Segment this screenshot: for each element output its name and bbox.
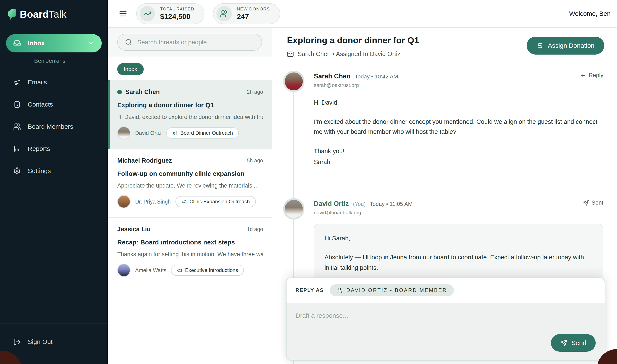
bar-chart-icon <box>13 145 21 153</box>
thread-tag-label: Executive Introductions <box>185 267 238 273</box>
hamburger-icon <box>118 9 128 18</box>
sidebar-item-contacts[interactable]: Contacts <box>6 97 102 112</box>
sign-out-button[interactable]: Sign Out <box>6 335 102 349</box>
stat-label: NEW DONORS <box>237 7 270 12</box>
thread-list-item[interactable]: Sarah Chen 2h ago Exploring a donor dinn… <box>108 80 272 149</box>
message-text: Hi David, I’m excited about the donor di… <box>314 98 603 167</box>
sidebar-item-board-members[interactable]: Board Members <box>6 119 102 134</box>
sidebar-item-settings[interactable]: Settings <box>6 164 102 178</box>
search-section <box>108 28 272 57</box>
inbox-icon <box>13 39 21 47</box>
sent-status: Sent <box>583 199 603 206</box>
thread-tag-label: Board Dinner Outreach <box>180 130 233 136</box>
sidebar: BoardTalk Inbox Ben Jenkins Emails <box>0 0 108 364</box>
thread-preview: Appreciate the update. We’re reviewing t… <box>117 182 263 189</box>
trending-up-icon <box>140 6 155 21</box>
message-email: sarah@oaktrust.org <box>314 82 603 88</box>
thread-preview: Hi David, excited to explore the donor d… <box>117 114 263 120</box>
thread-list-column: Inbox Sarah Chen 2h ago Exploring a dono… <box>108 28 272 364</box>
message-divider <box>314 187 603 187</box>
send-icon <box>560 339 567 347</box>
brand-name-light: Talk <box>49 9 66 20</box>
stat-value: $124,500 <box>160 12 194 21</box>
sidebar-item-label: Settings <box>28 167 51 175</box>
reply-icon <box>580 72 586 78</box>
thread-time: 2h ago <box>247 89 263 95</box>
thread-assignee: David Ortiz <box>135 130 162 136</box>
thread-list-item[interactable]: Michael Rodriguez 5h ago Follow-up on co… <box>108 149 272 218</box>
send-button[interactable]: Send <box>551 334 596 352</box>
reply-textarea[interactable] <box>287 303 605 360</box>
sidebar-item-label: Inbox <box>28 40 45 47</box>
stat-new-donors: NEW DONORS 247 <box>213 3 280 24</box>
thread-list-item[interactable]: Jessica Liu 1d ago Recap: Board introduc… <box>108 218 272 286</box>
megaphone-icon <box>182 199 186 204</box>
sent-label: Sent <box>591 199 603 206</box>
thread-assignee: Dr. Priya Singh <box>135 199 171 205</box>
megaphone-icon <box>177 268 182 273</box>
assign-donation-button[interactable]: Assign Donation <box>527 37 604 54</box>
users-icon <box>216 6 232 21</box>
reply-as-label: REPLY AS <box>295 287 324 293</box>
main-area: TOTAL RAISED $124,500 NEW DONORS 247 Wel… <box>108 0 617 364</box>
page-title: Exploring a donor dinner for Q1 <box>287 35 419 45</box>
stat-value: 247 <box>237 12 270 21</box>
thread-time: 5h ago <box>247 157 263 164</box>
thread-time: 1d ago <box>247 226 263 232</box>
inbox-filter-badge[interactable]: Inbox <box>117 63 144 75</box>
sidebar-nav: Inbox Ben Jenkins Emails Contacts <box>0 20 108 186</box>
brand-name: BoardTalk <box>20 9 66 20</box>
thread-view: Exploring a donor dinner for Q1 Sarah Ch… <box>272 28 617 364</box>
stat-label: TOTAL RAISED <box>160 7 194 12</box>
users-icon <box>13 123 21 130</box>
topbar: TOTAL RAISED $124,500 NEW DONORS 247 Wel… <box>108 0 617 28</box>
dollar-icon <box>537 42 544 49</box>
reply-link[interactable]: Reply <box>580 72 603 79</box>
sign-out-label: Sign Out <box>28 338 53 345</box>
thread-subject: Follow-up on community clinic expansion <box>117 170 263 177</box>
sidebar-item-inbox[interactable]: Inbox <box>6 34 102 52</box>
log-out-icon <box>13 338 21 346</box>
thread-assignee: Amelia Watts <box>135 267 166 273</box>
message-paragraph: Sarah <box>314 157 603 167</box>
reply-persona-pill[interactable]: DAVID ORTIZ • BOARD MEMBER <box>330 284 454 296</box>
send-icon <box>583 200 589 206</box>
avatar <box>117 264 131 277</box>
welcome-text: Welcome, Ben <box>569 10 611 17</box>
sidebar-item-ben-jenkins[interactable]: Ben Jenkins <box>6 55 102 66</box>
avatar <box>117 126 131 140</box>
thread-view-header: Exploring a donor dinner for Q1 Sarah Ch… <box>272 28 617 65</box>
sidebar-item-label: Contacts <box>28 101 53 108</box>
send-label: Send <box>571 339 586 347</box>
unread-dot <box>117 90 122 94</box>
message-you-tag: (You) <box>353 201 366 207</box>
message: Sarah Chen Today • 10:42 AM Reply sarah@… <box>283 71 603 176</box>
message-sender: Sarah Chen <box>314 72 351 80</box>
thread-subject: Exploring a donor dinner for Q1 <box>117 102 263 109</box>
avatar <box>117 195 131 208</box>
sidebar-item-emails[interactable]: Emails <box>6 75 102 90</box>
thread-tag-pill[interactable]: Board Dinner Outreach <box>166 128 239 139</box>
reply-label: Reply <box>589 72 603 79</box>
reply-composer-header: REPLY AS DAVID ORTIZ • BOARD MEMBER <box>287 278 605 303</box>
content: Inbox Sarah Chen 2h ago Exploring a dono… <box>108 28 617 364</box>
megaphone-icon <box>172 130 177 136</box>
thread-tag-pill[interactable]: Executive Introductions <box>171 265 244 276</box>
sidebar-item-reports[interactable]: Reports <box>6 142 102 156</box>
thread-tag-label: Clinic Expansion Outreach <box>190 199 250 205</box>
thread-subject: Recap: Board introductions next steps <box>117 239 263 246</box>
sidebar-item-label: Emails <box>28 79 47 86</box>
thread-tag-pill[interactable]: Clinic Expansion Outreach <box>175 196 256 207</box>
user-icon <box>337 287 343 293</box>
thread-sender: Michael Rodriguez <box>117 157 172 164</box>
search-input[interactable] <box>137 39 254 46</box>
menu-button[interactable] <box>118 9 128 18</box>
brand-name-bold: Board <box>20 9 49 20</box>
avatar <box>283 71 304 92</box>
thread-preview: Thanks again for setting this in motion.… <box>117 251 263 258</box>
message-paragraph: Hi David, <box>314 98 603 108</box>
avatar <box>283 198 304 220</box>
app-root: BoardTalk Inbox Ben Jenkins Emails <box>0 0 617 364</box>
message-paragraph: Hi Sarah, <box>325 233 593 244</box>
search-box[interactable] <box>117 34 262 51</box>
